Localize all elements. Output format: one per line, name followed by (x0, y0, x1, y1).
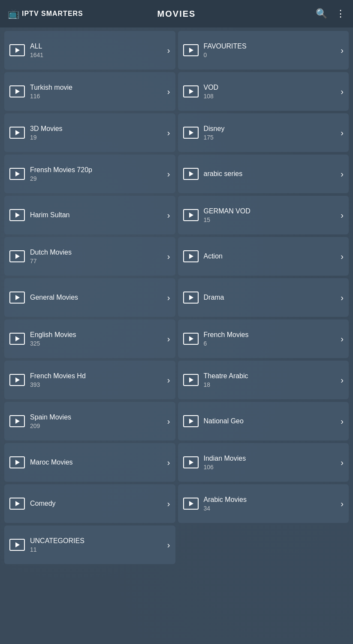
category-card-vod[interactable]: VOD 108 › (178, 72, 349, 111)
category-card-general-movies[interactable]: General Movies › (4, 278, 175, 317)
card-count-dutch-movies: 77 (30, 258, 164, 264)
logo-tv-icon: 📺 (8, 8, 19, 19)
card-title-comedy: Comedy (30, 499, 164, 507)
card-title-3d-movies: 3D Movies (30, 125, 164, 133)
play-icon-harim-sultan (9, 209, 25, 221)
chevron-icon-action: › (341, 252, 344, 261)
card-title-german-vod: GERMAN VOD (204, 207, 338, 215)
chevron-icon-national-geo: › (341, 416, 344, 426)
card-count-all: 1641 (30, 52, 164, 58)
category-card-arabic-movies[interactable]: Arabic Movies 34 › (178, 484, 349, 523)
card-info-english-movies: English Movies 325 (30, 331, 164, 346)
category-card-national-geo[interactable]: National Geo › (178, 402, 349, 440)
play-icon-turkish-movie (9, 85, 25, 97)
chevron-icon-turkish-movie: › (167, 87, 170, 97)
category-card-uncategories[interactable]: UNCATEGORIES 11 › (4, 526, 175, 564)
chevron-icon-3d-movies: › (167, 128, 170, 138)
more-options-icon[interactable]: ⋮ (336, 8, 345, 19)
card-title-maroc-movies: Maroc Movies (30, 458, 164, 466)
card-info-favourites: FAVOURITES 0 (204, 42, 338, 58)
card-title-indian-movies: Indian Movies (204, 454, 338, 462)
chevron-icon-maroc-movies: › (167, 458, 170, 468)
card-count-french-movies-hd: 393 (30, 381, 164, 388)
category-card-english-movies[interactable]: English Movies 325 › (4, 319, 175, 358)
play-icon-arabic-movies (183, 498, 199, 510)
category-card-drama[interactable]: Drama › (178, 278, 349, 317)
category-card-spain-movies[interactable]: Spain Movies 209 › (4, 402, 175, 440)
card-count-english-movies: 325 (30, 340, 164, 347)
categories-grid: ALL 1641 › FAVOURITES 0 › Turkish movie … (0, 27, 353, 568)
category-card-french-movies[interactable]: French Movies 6 › (178, 319, 349, 358)
category-card-frensh-movies[interactable]: Frensh Movies 720p 29 › (4, 155, 175, 193)
category-card-theatre-arabic[interactable]: Theatre Arabic 18 › (178, 361, 349, 399)
chevron-icon-disney: › (341, 128, 344, 138)
chevron-icon-french-movies-hd: › (167, 375, 170, 385)
play-icon-uncategories (9, 539, 25, 551)
card-count-french-movies: 6 (204, 340, 338, 347)
card-info-indian-movies: Indian Movies 106 (204, 454, 338, 470)
card-info-french-movies-hd: French Movies Hd 393 (30, 372, 164, 388)
category-card-favourites[interactable]: FAVOURITES 0 › (178, 31, 349, 70)
play-icon-drama (183, 292, 199, 304)
category-card-harim-sultan[interactable]: Harim Sultan › (4, 196, 175, 234)
card-title-english-movies: English Movies (30, 331, 164, 339)
category-card-dutch-movies[interactable]: Dutch Movies 77 › (4, 237, 175, 276)
play-icon-spain-movies (9, 415, 25, 427)
card-info-vod: VOD 108 (204, 83, 338, 99)
category-card-french-movies-hd[interactable]: French Movies Hd 393 › (4, 361, 175, 399)
play-icon-3d-movies (9, 127, 25, 139)
play-icon-favourites (183, 44, 199, 56)
search-icon[interactable]: 🔍 (316, 8, 327, 19)
category-card-comedy[interactable]: Comedy › (4, 484, 175, 523)
category-card-all[interactable]: ALL 1641 › (4, 31, 175, 70)
card-title-uncategories: UNCATEGORIES (30, 537, 164, 545)
card-info-uncategories: UNCATEGORIES 11 (30, 537, 164, 553)
category-card-german-vod[interactable]: GERMAN VOD 15 › (178, 196, 349, 234)
play-icon-arabic-series (183, 168, 199, 180)
card-title-action: Action (204, 252, 338, 260)
card-info-theatre-arabic: Theatre Arabic 18 (204, 372, 338, 388)
logo-area: 📺 IPTV SMARTERS (8, 8, 83, 19)
chevron-icon-arabic-movies: › (341, 499, 344, 509)
chevron-icon-comedy: › (167, 499, 170, 509)
card-info-comedy: Comedy (30, 499, 164, 507)
page-title: MOVIES (157, 9, 196, 19)
play-icon-disney (183, 127, 199, 139)
card-title-general-movies: General Movies (30, 293, 164, 301)
card-title-harim-sultan: Harim Sultan (30, 211, 164, 219)
card-info-harim-sultan: Harim Sultan (30, 211, 164, 219)
category-card-turkish-movie[interactable]: Turkish movie 116 › (4, 72, 175, 111)
card-info-frensh-movies: Frensh Movies 720p 29 (30, 166, 164, 182)
category-card-arabic-series[interactable]: arabic series › (178, 155, 349, 193)
category-card-3d-movies[interactable]: 3D Movies 19 › (4, 113, 175, 152)
play-icon-french-movies (183, 333, 199, 345)
play-icon-frensh-movies (9, 168, 25, 180)
card-title-theatre-arabic: Theatre Arabic (204, 372, 338, 380)
card-info-dutch-movies: Dutch Movies 77 (30, 248, 164, 264)
card-info-turkish-movie: Turkish movie 116 (30, 83, 164, 99)
card-info-maroc-movies: Maroc Movies (30, 458, 164, 466)
play-icon-general-movies (9, 292, 25, 304)
card-count-arabic-movies: 34 (204, 505, 338, 512)
card-info-arabic-series: arabic series (204, 170, 338, 178)
card-title-vod: VOD (204, 83, 338, 91)
chevron-icon-spain-movies: › (167, 416, 170, 426)
card-info-german-vod: GERMAN VOD 15 (204, 207, 338, 223)
header-actions: 🔍 ⋮ (316, 8, 345, 19)
card-count-indian-movies: 106 (204, 464, 338, 471)
category-card-indian-movies[interactable]: Indian Movies 106 › (178, 443, 349, 482)
card-info-disney: Disney 175 (204, 125, 338, 140)
play-icon-maroc-movies (9, 456, 25, 468)
play-icon-dutch-movies (9, 250, 25, 262)
card-info-general-movies: General Movies (30, 293, 164, 301)
category-card-action[interactable]: Action › (178, 237, 349, 276)
card-count-spain-movies: 209 (30, 422, 164, 429)
chevron-icon-harim-sultan: › (167, 210, 170, 220)
chevron-icon-french-movies: › (341, 334, 344, 344)
card-title-favourites: FAVOURITES (204, 42, 338, 50)
chevron-icon-uncategories: › (167, 540, 170, 550)
category-card-maroc-movies[interactable]: Maroc Movies › (4, 443, 175, 482)
card-count-favourites: 0 (204, 52, 338, 58)
category-card-disney[interactable]: Disney 175 › (178, 113, 349, 152)
card-count-frensh-movies: 29 (30, 175, 164, 182)
